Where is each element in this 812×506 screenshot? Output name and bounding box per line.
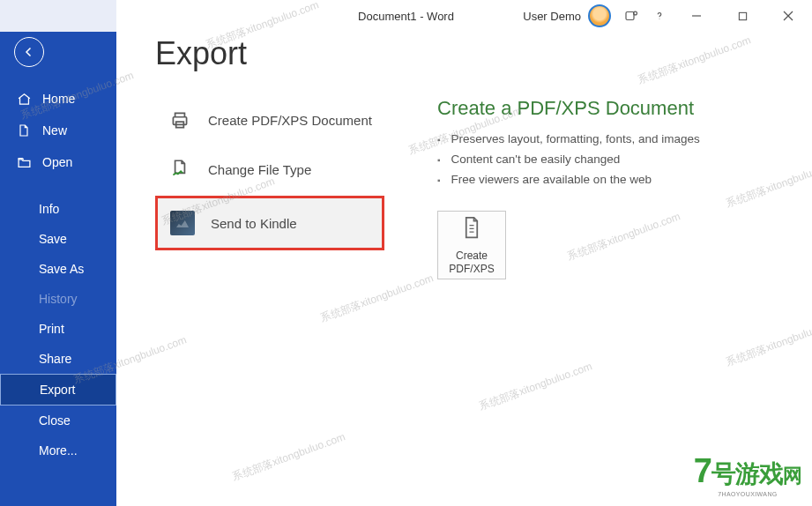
details-heading: Create a PDF/XPS Document: [437, 97, 768, 120]
backstage-sidebar: Home New Open Info Save Save As History …: [0, 0, 116, 506]
option-change-file-type[interactable]: Change File Type: [155, 146, 384, 192]
nav-label: New: [42, 123, 67, 138]
nav-label: Close: [39, 413, 71, 428]
folder-open-icon: [16, 154, 32, 170]
kindle-icon: [170, 211, 195, 235]
nav-new[interactable]: New: [0, 115, 116, 146]
user-avatar-icon: [588, 4, 611, 27]
nav-history: History: [0, 284, 116, 314]
nav-close[interactable]: Close: [0, 406, 116, 435]
nav-save-as[interactable]: Save As: [0, 254, 116, 284]
site-logo: 7号游戏网 7HAOYOUXIWANG: [694, 452, 801, 497]
close-button[interactable]: [771, 3, 805, 29]
nav-info[interactable]: Info: [0, 194, 116, 224]
backstage-main: Export Create PDF/XPS Document Change Fi…: [116, 0, 812, 506]
nav-label: Share: [39, 352, 71, 366]
user-chip[interactable]: User Demo: [523, 4, 611, 27]
window-title: Document1 - Word: [358, 10, 454, 23]
nav-open[interactable]: Open: [0, 146, 116, 178]
back-button[interactable]: [14, 37, 44, 67]
home-icon: [16, 91, 32, 107]
export-details-pane: Create a PDF/XPS Document Preserves layo…: [437, 97, 768, 279]
svg-point-2: [659, 19, 660, 19]
nav-label: More...: [39, 443, 78, 458]
button-label-line1: Create: [449, 249, 494, 263]
svg-rect-0: [626, 12, 634, 20]
details-bullet: Content can't be easily changed: [437, 153, 768, 166]
option-send-to-kindle[interactable]: Send to Kindle: [155, 196, 384, 250]
page-title: Export: [155, 35, 768, 72]
nav-label: Print: [39, 322, 64, 336]
pdf-export-icon: [458, 214, 485, 244]
pdf-printer-icon: [168, 108, 192, 132]
button-label-line2: PDF/XPS: [449, 263, 494, 276]
user-name: User Demo: [523, 10, 581, 23]
nav-label: History: [39, 292, 78, 306]
nav-share[interactable]: Share: [0, 344, 116, 374]
minimize-button[interactable]: [680, 3, 713, 29]
nav-save[interactable]: Save: [0, 224, 116, 254]
nav-more[interactable]: More...: [0, 435, 116, 465]
nav-label: Home: [42, 92, 75, 106]
maximize-button[interactable]: [726, 3, 759, 29]
change-file-type-icon: [168, 157, 192, 182]
option-label: Create PDF/XPS Document: [208, 113, 372, 128]
option-create-pdf-xps[interactable]: Create PDF/XPS Document: [155, 97, 384, 143]
nav-label: Save: [39, 232, 67, 246]
export-options-list: Create PDF/XPS Document Change File Type…: [155, 97, 384, 279]
nav-label: Open: [42, 155, 72, 169]
svg-rect-4: [739, 12, 746, 19]
help-icon[interactable]: [652, 8, 667, 24]
coming-soon-icon[interactable]: [623, 8, 639, 24]
nav-export[interactable]: Export: [0, 374, 116, 406]
option-label: Change File Type: [208, 162, 311, 177]
svg-rect-14: [173, 117, 186, 125]
details-bullet: Preserves layout, formatting, fonts, and…: [437, 132, 768, 145]
nav-label: Save As: [39, 262, 84, 276]
option-label: Send to Kindle: [211, 216, 297, 231]
create-pdf-xps-button[interactable]: Create PDF/XPS: [437, 211, 506, 279]
nav-home[interactable]: Home: [0, 83, 116, 115]
details-bullet: Free viewers are available on the web: [437, 173, 768, 186]
nav-print[interactable]: Print: [0, 314, 116, 344]
nav-label: Info: [39, 202, 59, 216]
nav-label: Export: [40, 383, 75, 397]
svg-point-1: [634, 11, 637, 15]
new-document-icon: [16, 123, 32, 138]
